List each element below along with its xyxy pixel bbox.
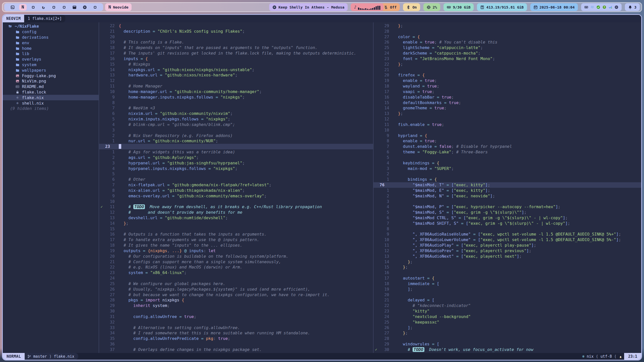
tree-item-foggy-lake-png[interactable]: Foggy-Lake.png — [3, 73, 99, 78]
code-line[interactable]: 8 — [374, 226, 641, 232]
tree-item-wallpapers[interactable]: wallpapers — [3, 67, 99, 73]
code-line[interactable]: 9 hyprland = { — [374, 133, 641, 139]
code-line[interactable]: 19 ]; — [374, 287, 641, 292]
code-line[interactable]: 16 # Outputs is a function that takes th… — [99, 232, 373, 237]
code-line[interactable]: 37 # Overlays define changes in the nixp… — [99, 347, 373, 352]
display-icon[interactable] — [590, 5, 594, 9]
code-line[interactable]: 27 color = { — [374, 34, 641, 40]
code-line[interactable]: 16 — [374, 270, 641, 276]
code-line[interactable]: 28 — [374, 29, 641, 34]
code-line[interactable]: 20 # Our configuration is buildable on t… — [99, 254, 373, 259]
workspace-8[interactable] — [79, 3, 90, 11]
code-line[interactable]: 1 "$mainMod, E" = ["exec, kitty"]; — [374, 188, 641, 193]
workspace-4[interactable]: ↻ — [38, 3, 49, 11]
tree-item-system[interactable]: system — [3, 62, 99, 68]
code-line[interactable]: 2 "$mainMod, N" = ["exec, neovide"]; — [374, 193, 641, 199]
code-line[interactable]: 13 devshell.url = "github:numtide/devshe… — [99, 215, 373, 221]
tab-neovim[interactable]: NEOVIM — [3, 15, 24, 22]
code-line[interactable]: ✓30 # TODO Doesn't work, use focus_on_ac… — [374, 347, 641, 352]
workspace-9[interactable] — [90, 3, 100, 11]
code-line[interactable]: 10 — [99, 199, 373, 204]
code-line[interactable]: 25 # We configure our global packages he… — [99, 281, 373, 287]
code-line[interactable]: 2 — [374, 171, 641, 177]
code-line[interactable]: 12 ", XF86AudioPrev" = ["exec, playerctl… — [374, 248, 641, 254]
code-line[interactable]: 7 # NeoVim <3 — [99, 105, 373, 111]
tab-buffer-flake-nix[interactable]: 1 flake.nix[2+] — [24, 15, 65, 22]
code-line[interactable]: 29 }; — [374, 23, 641, 29]
code-line[interactable]: 23 font = "JetBrainsMono Nerd Font Mono"… — [374, 56, 641, 62]
tree-item-derivations[interactable]: derivations — [3, 35, 99, 40]
code-line[interactable]: 10 — [374, 127, 641, 133]
system-tray[interactable] — [581, 3, 622, 11]
code-line[interactable]: 35 config.allowUnfreePredicate = pkg: tr… — [99, 336, 373, 341]
tree-item-shell-nix[interactable]: ❄shell.nix — [3, 100, 99, 106]
code-line[interactable]: 16 disableTabBar = true; — [374, 95, 641, 100]
code-line[interactable]: 6 # Other — [99, 177, 373, 182]
code-line[interactable]: 29 windowrules = [ — [374, 341, 641, 347]
code-line[interactable]: 19 enable = true; — [374, 78, 641, 83]
code-line[interactable]: 12 — [374, 116, 641, 122]
code-line[interactable]: 3 — [99, 127, 373, 133]
code-line[interactable]: 4 "$mainMod, P" = ["exec, hyprpicker --a… — [374, 204, 641, 210]
tree-item-readme-md[interactable]: README.md — [3, 84, 99, 89]
code-line[interactable]: 10 ", XF86AudioLowerVolume" = ["exec, wp… — [374, 237, 641, 243]
code-line[interactable]: 20 firefox = { — [374, 72, 641, 78]
tree-item-overlays[interactable]: overlays — [3, 57, 99, 62]
code-line[interactable]: 26 ]; — [374, 325, 641, 331]
editor-pane-left[interactable]: 22{21 description = "ChUrl's NixOS confi… — [99, 22, 373, 353]
clock-module[interactable]: 2025-06-18 00:04 — [530, 3, 578, 11]
code-line[interactable]: 19 outputs = {nixpkgs, ...} @ inputs: le… — [99, 248, 373, 254]
tree-item-config[interactable]: config — [3, 29, 99, 35]
code-line[interactable]: 4 # blink-cmp.url = "github:saghen/blink… — [99, 122, 373, 127]
editor-pane-right[interactable]: 29 };2827 color = {26 enable = true; # Y… — [374, 22, 641, 353]
tree-item--nixflake[interactable]: ~/NixFlake — [3, 24, 99, 29]
code-line[interactable]: 8 — [99, 100, 373, 106]
code-line[interactable]: 13 hardware.url = "github:nixos/nixos-ha… — [99, 72, 373, 78]
code-line[interactable]: 5 — [99, 171, 373, 177]
code-line[interactable]: 18 immediate = [ — [374, 281, 641, 287]
code-line[interactable]: 15 # Nixpkgs — [99, 62, 373, 67]
code-line[interactable]: 23 "kitty" — [374, 308, 641, 314]
code-line[interactable]: 14 nixpkgs.url = "github:nixos/nixpkgs/n… — [99, 67, 373, 73]
code-line[interactable]: 30 — [99, 308, 373, 314]
code-line[interactable]: 3 main-mod = "SUPER"; — [374, 166, 641, 171]
code-line[interactable]: 22{ — [99, 23, 373, 29]
code-line[interactable]: 5 "$mainMod, S" = ["exec, grim -g \"$(sl… — [374, 210, 641, 215]
code-line[interactable]: 15 defaultBookmarks = true; — [374, 100, 641, 106]
workspace-1[interactable] — [7, 3, 18, 11]
code-line[interactable]: 20 — [99, 34, 373, 40]
code-line[interactable]: 14 }; — [374, 259, 641, 265]
code-line[interactable]: 6 "$mainMod CTRL, S" = ["exec, grim -g \… — [374, 215, 641, 221]
workspace-5[interactable] — [49, 3, 59, 11]
code-line[interactable]: 23 system = "x86_64-linux"; — [99, 270, 373, 276]
keepassxc-icon[interactable] — [602, 5, 606, 9]
code-line[interactable]: 36 — [99, 341, 373, 347]
tree-item-env[interactable]: env — [3, 40, 99, 46]
code-line[interactable]: 15 — [99, 226, 373, 232]
code-line[interactable]: 21 delayed = [ — [374, 297, 641, 303]
code-line[interactable]: 24 "nextcloud --background" — [374, 314, 641, 320]
code-line[interactable]: 34 # I read somewhere that this is more … — [99, 330, 373, 336]
code-line[interactable]: 20 — [374, 292, 641, 298]
code-line[interactable]: 24 darkScheme = "catppuccin-mocha"; — [374, 51, 641, 56]
keyboard-icon[interactable] — [584, 5, 588, 9]
code-line[interactable]: 11 # Home Manager — [99, 83, 373, 89]
workspace-2[interactable]: N — [18, 3, 28, 11]
workspace-6[interactable] — [59, 3, 69, 11]
code-line[interactable]: 11 fish.enable = true; — [374, 122, 641, 127]
code-line[interactable]: 7 "$mainMod SHIFT, S" = ["exec, grim -g … — [374, 221, 641, 226]
code-line[interactable]: 21 — [374, 67, 641, 73]
code-line[interactable]: 25 lightScheme = "catppuccin-latte"; — [374, 45, 641, 51]
code-line[interactable]: 16 inputs = { — [99, 56, 373, 62]
code-line[interactable]: 19 # This config is a Flake. — [99, 39, 373, 45]
code-line[interactable]: 15 }; — [374, 264, 641, 270]
code-line[interactable]: 10 home-manager.url = "github:nix-commun… — [99, 89, 373, 95]
code-line[interactable]: 3 hyprpanel.url = "github:jas-singhfsu/h… — [99, 160, 373, 166]
code-line[interactable]: 27 # but because we want to change the n… — [99, 292, 373, 298]
code-line[interactable]: 11 ", XF86AudioPlay" = ["exec, playerctl… — [374, 243, 641, 248]
code-line[interactable]: 9 emacs-overlay.url = "github:nix-commun… — [99, 193, 373, 199]
code-line[interactable]: 21 description = "ChUrl's NixOS config u… — [99, 29, 373, 34]
code-line[interactable]: 28 pkgs = import nixpkgs { — [99, 297, 373, 303]
music-module[interactable]: Keep Shelly In Athens - Medusa — [269, 3, 348, 11]
code-line[interactable]: 6 theme = "Foggy-Lake"; # Three-Bears — [374, 149, 641, 155]
